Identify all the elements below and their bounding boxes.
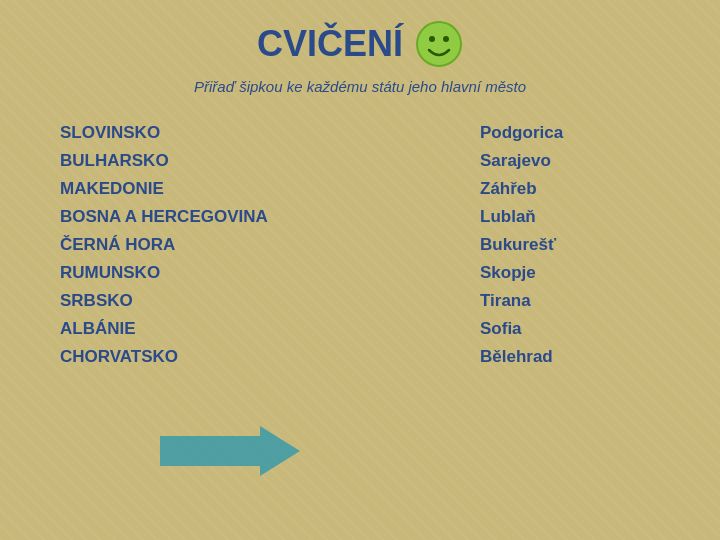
page-container: CVIČENÍ Přiřaď šipkou ke každému státu j… [0,0,720,540]
svg-point-0 [417,22,461,66]
capital-item: Lublaň [480,207,660,227]
title-area: CVIČENÍ [40,20,680,68]
country-item: SRBSKO [60,291,320,311]
page-title: CVIČENÍ [257,23,403,65]
capital-item: Bělehrad [480,347,660,367]
country-item: ALBÁNIE [60,319,320,339]
country-item: BULHARSKO [60,151,320,171]
capital-item: Sarajevo [480,151,660,171]
smiley-icon [415,20,463,68]
capital-item: Bukurešť [480,235,660,255]
svg-point-2 [443,36,449,42]
content-columns: SLOVINSKO BULHARSKO MAKEDONIE BOSNA A HE… [40,123,680,367]
country-item: CHORVATSKO [60,347,320,367]
svg-point-1 [429,36,435,42]
capital-item: Záhřeb [480,179,660,199]
capital-item: Tirana [480,291,660,311]
country-item: SLOVINSKO [60,123,320,143]
arrow-container [160,421,300,485]
svg-marker-3 [160,426,300,476]
country-item: BOSNA A HERCEGOVINA [60,207,320,227]
subtitle: Přiřaď šipkou ke každému státu jeho hlav… [40,78,680,95]
capital-item: Sofia [480,319,660,339]
countries-column: SLOVINSKO BULHARSKO MAKEDONIE BOSNA A HE… [60,123,320,367]
country-item: ČERNÁ HORA [60,235,320,255]
arrow-icon [160,421,300,481]
capitals-column: Podgorica Sarajevo Záhřeb Lublaň Bukureš… [480,123,660,367]
capital-item: Skopje [480,263,660,283]
capital-item: Podgorica [480,123,660,143]
country-item: RUMUNSKO [60,263,320,283]
country-item: MAKEDONIE [60,179,320,199]
